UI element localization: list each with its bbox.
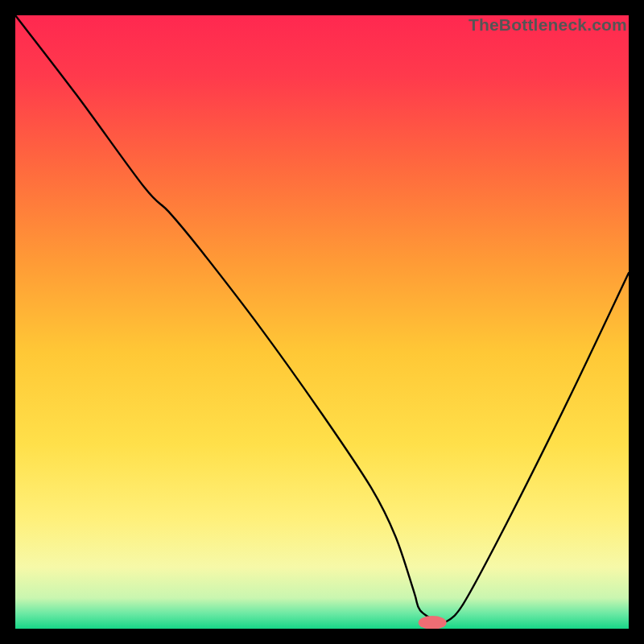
watermark-text: TheBottleneck.com [469,15,627,35]
chart-frame: TheBottleneck.com [0,0,644,644]
optimal-point-marker [419,616,447,629]
chart-background [15,15,629,629]
chart-svg [15,15,629,629]
plot-area: TheBottleneck.com [15,15,629,629]
